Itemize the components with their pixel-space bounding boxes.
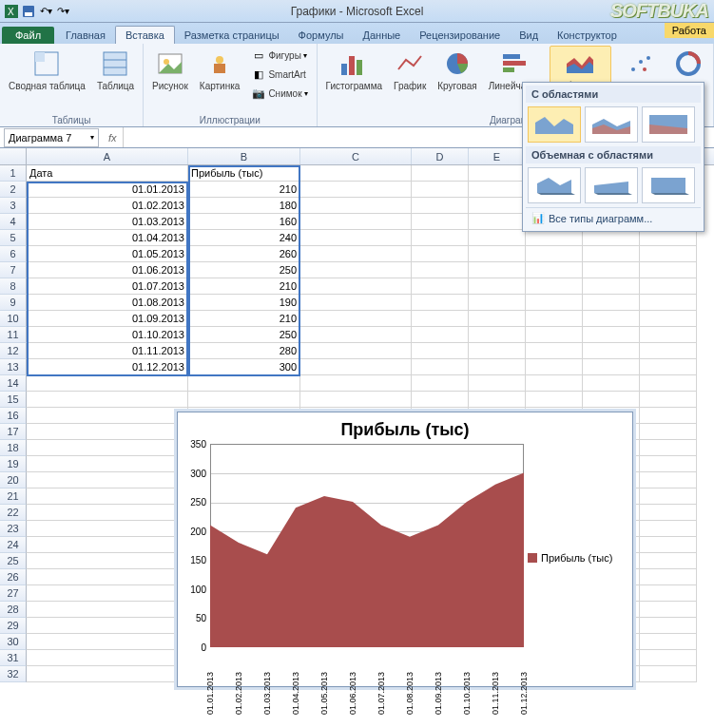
cell-E14[interactable]	[469, 375, 526, 392]
cell-C2[interactable]	[300, 182, 412, 198]
cell-D1[interactable]	[412, 165, 469, 182]
row-header-2[interactable]: 2	[0, 182, 27, 198]
cell-A10[interactable]: 01.09.2013	[27, 311, 188, 327]
cell-F11[interactable]	[526, 327, 583, 343]
cell-E11[interactable]	[469, 327, 526, 343]
cell-B1[interactable]: Прибыль (тыс)	[188, 165, 300, 182]
row-header-17[interactable]: 17	[0, 424, 27, 440]
clipart-button[interactable]: Картинка	[197, 46, 243, 113]
cell-A30[interactable]	[27, 634, 188, 650]
cell-F10[interactable]	[526, 311, 583, 327]
cell-A31[interactable]	[27, 650, 188, 666]
cell-D2[interactable]	[412, 182, 469, 198]
cell-H14[interactable]	[640, 375, 697, 392]
cell-A22[interactable]	[27, 505, 188, 521]
cell-C12[interactable]	[300, 343, 412, 359]
cell-H28[interactable]	[640, 602, 697, 618]
cell-D10[interactable]	[412, 311, 469, 327]
cell-A29[interactable]	[27, 618, 188, 634]
cell-G13[interactable]	[583, 359, 640, 375]
cell-H5[interactable]	[640, 230, 697, 246]
cell-G11[interactable]	[583, 327, 640, 343]
cell-E1[interactable]	[469, 165, 526, 182]
cell-H23[interactable]	[640, 521, 697, 537]
row-header-24[interactable]: 24	[0, 537, 27, 553]
select-all-corner[interactable]	[0, 148, 27, 164]
row-header-3[interactable]: 3	[0, 198, 27, 214]
cell-F12[interactable]	[526, 343, 583, 359]
cell-H13[interactable]	[640, 359, 697, 375]
cell-H11[interactable]	[640, 327, 697, 343]
cell-F5[interactable]	[526, 230, 583, 246]
cell-A11[interactable]: 01.10.2013	[27, 327, 188, 343]
cell-B4[interactable]: 160	[188, 214, 300, 230]
undo-icon[interactable]: ↶▾	[38, 4, 53, 19]
cell-E3[interactable]	[469, 198, 526, 214]
cell-B13[interactable]: 300	[188, 359, 300, 375]
area-3d-type-1[interactable]	[528, 167, 581, 203]
cell-H30[interactable]	[640, 634, 697, 650]
cell-H32[interactable]	[640, 666, 697, 682]
row-header-1[interactable]: 1	[0, 165, 27, 182]
cell-G10[interactable]	[583, 311, 640, 327]
cell-B2[interactable]: 210	[188, 182, 300, 198]
row-header-32[interactable]: 32	[0, 666, 27, 682]
cell-H22[interactable]	[640, 505, 697, 521]
cell-A2[interactable]: 01.01.2013	[27, 182, 188, 198]
cell-H29[interactable]	[640, 618, 697, 634]
cell-H31[interactable]	[640, 650, 697, 666]
cell-E4[interactable]	[469, 214, 526, 230]
cell-H6[interactable]	[640, 246, 697, 262]
cell-A20[interactable]	[27, 472, 188, 489]
cell-C8[interactable]	[300, 278, 412, 295]
cell-B3[interactable]: 180	[188, 198, 300, 214]
cell-B15[interactable]	[188, 392, 300, 408]
cell-F7[interactable]	[526, 262, 583, 278]
cell-E15[interactable]	[469, 392, 526, 408]
row-header-8[interactable]: 8	[0, 278, 27, 295]
col-header-B[interactable]: B	[188, 148, 300, 164]
cell-H12[interactable]	[640, 343, 697, 359]
cell-C7[interactable]	[300, 262, 412, 278]
cell-A7[interactable]: 01.06.2013	[27, 262, 188, 278]
cell-H27[interactable]	[640, 585, 697, 602]
cell-A3[interactable]: 01.02.2013	[27, 198, 188, 214]
cell-B5[interactable]: 240	[188, 230, 300, 246]
cell-A28[interactable]	[27, 602, 188, 618]
row-header-4[interactable]: 4	[0, 214, 27, 230]
cell-H9[interactable]	[640, 295, 697, 311]
ribbon-tab-4[interactable]: Данные	[353, 27, 410, 44]
smartart-button[interactable]: ◧SmartArt	[248, 65, 310, 84]
area-chart-type-3[interactable]	[642, 106, 695, 143]
cell-A21[interactable]	[27, 489, 188, 505]
cell-B11[interactable]: 250	[188, 327, 300, 343]
row-header-7[interactable]: 7	[0, 262, 27, 278]
row-header-28[interactable]: 28	[0, 602, 27, 618]
table-button[interactable]: Таблица	[94, 46, 137, 113]
cell-A4[interactable]: 01.03.2013	[27, 214, 188, 230]
row-header-23[interactable]: 23	[0, 521, 27, 537]
cell-H17[interactable]	[640, 424, 697, 440]
cell-A9[interactable]: 01.08.2013	[27, 295, 188, 311]
cell-D4[interactable]	[412, 214, 469, 230]
row-header-21[interactable]: 21	[0, 489, 27, 505]
row-header-12[interactable]: 12	[0, 343, 27, 359]
cell-A27[interactable]	[27, 585, 188, 602]
snapshot-button[interactable]: 📷Снимок▾	[248, 84, 310, 103]
cell-A18[interactable]	[27, 440, 188, 456]
cell-C10[interactable]	[300, 311, 412, 327]
ribbon-tab-1[interactable]: Вставка	[115, 26, 175, 44]
cell-A19[interactable]	[27, 456, 188, 472]
cell-H16[interactable]	[640, 408, 697, 424]
area-3d-type-3[interactable]	[642, 167, 695, 203]
cell-C15[interactable]	[300, 392, 412, 408]
cell-G7[interactable]	[583, 262, 640, 278]
all-chart-types-link[interactable]: 📊 Все типы диаграмм...	[526, 207, 701, 228]
fx-icon[interactable]: fx	[103, 132, 123, 144]
cell-C5[interactable]	[300, 230, 412, 246]
file-tab[interactable]: Файл	[2, 27, 54, 44]
row-header-27[interactable]: 27	[0, 585, 27, 602]
row-header-29[interactable]: 29	[0, 618, 27, 634]
cell-D13[interactable]	[412, 359, 469, 375]
cell-E2[interactable]	[469, 182, 526, 198]
